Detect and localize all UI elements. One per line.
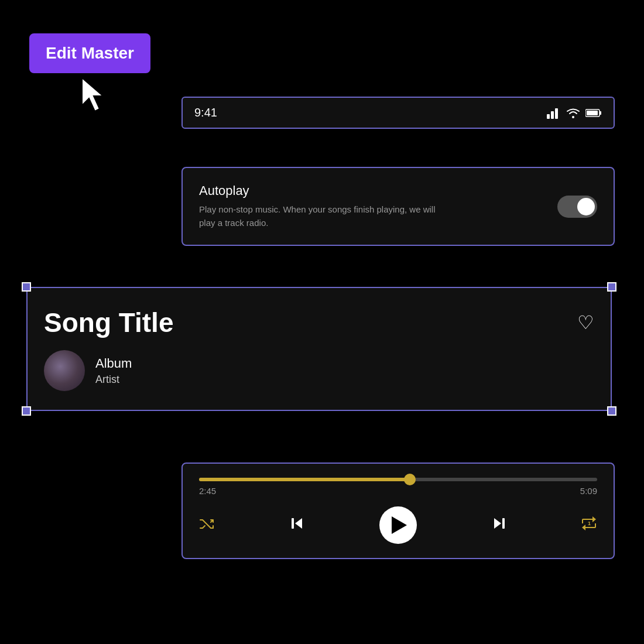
autoplay-title: Autoplay <box>199 183 445 198</box>
progress-bar-container[interactable] <box>199 478 597 481</box>
battery-icon <box>585 108 602 118</box>
next-icon[interactable] <box>491 515 507 536</box>
progress-thumb <box>404 474 416 485</box>
svg-rect-7 <box>292 518 294 529</box>
album-art <box>44 350 85 391</box>
album-name: Album <box>95 356 132 371</box>
handle-bottom-right[interactable] <box>607 406 616 416</box>
artist-name: Artist <box>95 374 132 386</box>
time-row: 2:45 5:09 <box>199 486 597 496</box>
autoplay-toggle[interactable] <box>557 196 597 218</box>
total-time: 5:09 <box>580 486 597 496</box>
selection-handles: Song Title ♡ Album Artist <box>26 287 612 411</box>
cursor-icon <box>76 75 108 113</box>
autoplay-card: Autoplay Play non-stop music. When your … <box>181 167 615 246</box>
svg-rect-3 <box>555 108 558 119</box>
edit-master-button[interactable]: Edit Master <box>29 33 150 73</box>
handle-bottom-left[interactable] <box>22 406 31 416</box>
song-meta: Album Artist <box>95 356 132 386</box>
current-time: 2:45 <box>199 486 216 496</box>
status-time: 9:41 <box>194 106 217 119</box>
previous-icon[interactable] <box>289 515 306 536</box>
handle-top-left[interactable] <box>22 282 31 292</box>
autoplay-text: Autoplay Play non-stop music. When your … <box>199 183 445 229</box>
wifi-icon <box>567 108 580 118</box>
svg-text:1: 1 <box>588 520 591 526</box>
repeat-icon[interactable]: 1 <box>581 516 597 535</box>
play-button[interactable] <box>379 506 417 544</box>
song-card-container: Song Title ♡ Album Artist <box>26 287 612 411</box>
progress-fill <box>199 478 410 481</box>
play-triangle <box>392 516 407 534</box>
heart-icon[interactable]: ♡ <box>577 311 594 334</box>
song-title: Song Title <box>44 307 174 338</box>
shuffle-icon[interactable] <box>199 516 215 535</box>
signal-icon <box>547 107 561 119</box>
song-info-row: Album Artist <box>44 350 594 391</box>
svg-rect-6 <box>587 111 598 115</box>
song-card[interactable]: Song Title ♡ Album Artist <box>26 287 612 411</box>
toggle-knob <box>577 198 595 215</box>
player-card: 2:45 5:09 <box>181 463 615 559</box>
svg-rect-1 <box>547 114 550 119</box>
controls-row: 1 <box>199 506 597 544</box>
handle-top-right[interactable] <box>607 282 616 292</box>
status-icons <box>547 107 602 119</box>
album-art-image <box>44 350 85 391</box>
svg-rect-2 <box>551 111 554 119</box>
svg-rect-5 <box>600 111 601 115</box>
autoplay-description: Play non-stop music. When your songs fin… <box>199 203 445 229</box>
status-bar: 9:41 <box>181 97 615 129</box>
progress-section: 2:45 5:09 <box>199 478 597 496</box>
song-title-row: Song Title ♡ <box>44 307 594 338</box>
svg-rect-8 <box>502 518 505 529</box>
svg-marker-0 <box>82 78 103 111</box>
